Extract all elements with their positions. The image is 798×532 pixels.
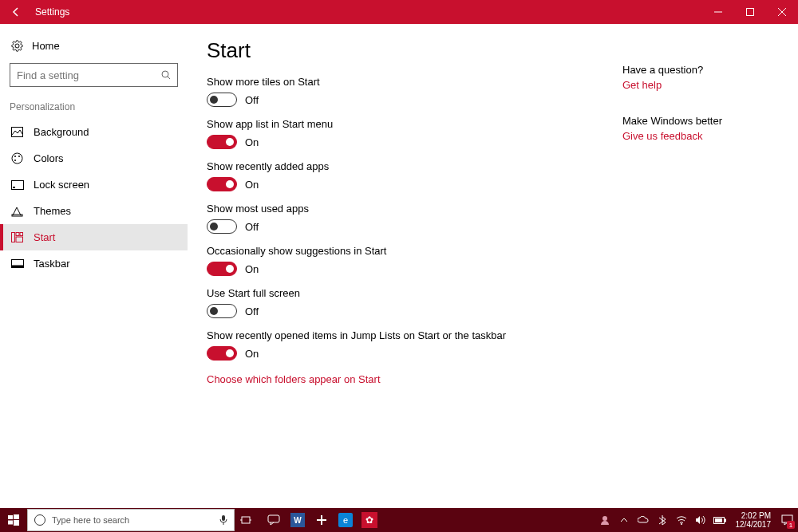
window-controls — [702, 0, 798, 24]
section-label: Personalization — [0, 98, 188, 119]
get-help-link[interactable]: Get help — [622, 79, 774, 91]
sidebar-item-background[interactable]: Background — [0, 119, 188, 145]
back-button[interactable] — [0, 0, 32, 24]
svg-rect-11 — [12, 215, 22, 216]
svg-point-8 — [14, 160, 16, 161]
svg-point-2 — [162, 71, 168, 77]
main-content: Start Show more tiles on Start Off Show … — [207, 38, 622, 508]
toggle-state-text: On — [245, 136, 259, 148]
sidebar-item-taskbar[interactable]: Taskbar — [0, 250, 188, 277]
setting-jump-lists: Show recently opened items in Jump Lists… — [207, 329, 622, 361]
sidebar: Home Personalization Background Colors — [0, 24, 188, 508]
taskbar-search[interactable]: Type here to search — [27, 509, 235, 531]
toggle-full-screen[interactable] — [207, 304, 237, 318]
taskbar: Type here to search W e ✿ 2:02 PM 12/4/2… — [0, 508, 798, 532]
svg-rect-26 — [321, 515, 322, 525]
setting-label: Show app list in Start menu — [207, 118, 622, 130]
tray-onedrive-icon[interactable] — [635, 508, 651, 532]
toggle-state-text: On — [245, 179, 259, 191]
tray-sound-icon[interactable] — [693, 508, 709, 532]
taskbar-app-slack[interactable] — [310, 508, 334, 532]
search-icon — [161, 70, 171, 80]
setting-label: Use Start full screen — [207, 287, 622, 299]
taskbar-search-placeholder: Type here to search — [52, 515, 213, 525]
give-feedback-link[interactable]: Give us feedback — [622, 130, 774, 142]
app-title: Settings — [32, 6, 702, 18]
setting-label: Show recently opened items in Jump Lists… — [207, 329, 622, 341]
svg-rect-1 — [747, 9, 754, 16]
svg-point-5 — [12, 153, 22, 164]
svg-rect-23 — [242, 517, 250, 523]
taskbar-icon — [11, 259, 24, 268]
sidebar-item-label: Start — [34, 231, 55, 243]
svg-rect-17 — [12, 266, 24, 268]
system-tray — [597, 508, 731, 532]
action-center-badge: 1 — [787, 521, 795, 529]
home-label: Home — [32, 40, 60, 52]
toggle-show-app-list[interactable] — [207, 135, 237, 149]
task-view-button[interactable] — [235, 508, 257, 532]
toggle-state-text: Off — [245, 94, 259, 106]
toggle-state-text: Off — [245, 221, 259, 233]
setting-label: Show recently added apps — [207, 160, 622, 172]
tray-chevron-up-icon[interactable] — [616, 508, 632, 532]
home-button[interactable]: Home — [0, 35, 188, 60]
sidebar-item-label: Colors — [34, 152, 64, 164]
taskbar-time: 2:02 PM — [736, 511, 772, 520]
settings-search[interactable] — [10, 63, 178, 87]
toggle-jump-lists[interactable] — [207, 346, 237, 361]
question-heading: Have a question? — [622, 64, 774, 76]
taskbar-date: 12/4/2017 — [736, 520, 772, 529]
close-button[interactable] — [766, 0, 798, 24]
svg-rect-13 — [16, 233, 19, 236]
taskbar-app-messaging[interactable] — [262, 508, 286, 532]
sidebar-item-label: Themes — [34, 205, 71, 217]
setting-label: Show more tiles on Start — [207, 76, 622, 88]
sidebar-item-lock-screen[interactable]: Lock screen — [0, 171, 188, 198]
toggle-state-text: On — [245, 263, 259, 275]
page-title: Start — [207, 38, 622, 63]
svg-rect-14 — [20, 233, 23, 236]
svg-rect-18 — [8, 515, 13, 519]
feedback-heading: Make Windows better — [622, 115, 774, 127]
sidebar-item-label: Background — [34, 126, 89, 138]
tray-wifi-icon[interactable] — [674, 508, 689, 532]
svg-rect-20 — [8, 521, 13, 525]
svg-rect-22 — [222, 515, 225, 521]
taskbar-app-word[interactable]: W — [286, 508, 310, 532]
maximize-button[interactable] — [734, 0, 766, 24]
action-center-button[interactable]: 1 — [776, 508, 798, 532]
toggle-state-text: Off — [245, 305, 259, 317]
setting-full-screen: Use Start full screen Off — [207, 287, 622, 318]
setting-label: Show most used apps — [207, 203, 622, 215]
taskbar-app-settings[interactable]: ✿ — [358, 508, 381, 532]
setting-most-used: Show most used apps Off — [207, 203, 622, 234]
tray-battery-icon[interactable] — [712, 508, 728, 532]
sidebar-item-themes[interactable]: Themes — [0, 198, 188, 224]
toggle-most-used[interactable] — [207, 219, 237, 234]
settings-search-input[interactable] — [17, 69, 161, 81]
toggle-state-text: On — [245, 348, 259, 360]
minimize-button[interactable] — [702, 0, 734, 24]
taskbar-clock[interactable]: 2:02 PM 12/4/2017 — [731, 511, 776, 529]
start-button[interactable] — [0, 508, 27, 532]
sidebar-item-colors[interactable]: Colors — [0, 145, 188, 171]
setting-suggestions: Occasionally show suggestions in Start O… — [207, 245, 622, 276]
toggle-show-more-tiles[interactable] — [207, 93, 237, 107]
svg-point-7 — [18, 156, 20, 157]
toggle-suggestions[interactable] — [207, 262, 237, 276]
tray-bluetooth-icon[interactable] — [654, 508, 670, 532]
svg-line-3 — [168, 77, 170, 79]
toggle-recently-added[interactable] — [207, 177, 237, 191]
sidebar-item-start[interactable]: Start — [0, 224, 188, 250]
svg-rect-24 — [268, 515, 279, 522]
setting-show-app-list: Show app list in Start menu On — [207, 118, 622, 149]
palette-icon — [11, 152, 24, 164]
mic-icon[interactable] — [219, 514, 227, 526]
cortana-icon — [34, 514, 45, 526]
choose-folders-link[interactable]: Choose which folders appear on Start — [207, 373, 622, 385]
taskbar-app-edge[interactable]: e — [334, 508, 358, 532]
gear-icon — [11, 40, 24, 52]
tray-people-icon[interactable] — [597, 508, 613, 532]
lockscreen-icon — [11, 180, 24, 190]
